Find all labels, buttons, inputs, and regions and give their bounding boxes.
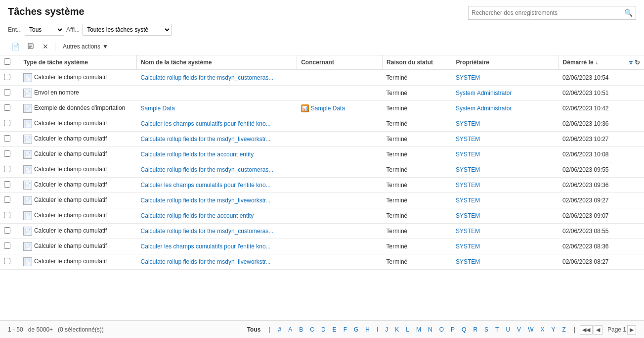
first-page-button[interactable]: ◀◀	[580, 325, 593, 335]
delete-button[interactable]: ✕	[39, 40, 52, 53]
edit-button[interactable]	[24, 40, 38, 53]
row-reason-cell: Terminé	[383, 178, 452, 193]
row-name-link[interactable]: Calculate rollup fields for the msdyn_li…	[141, 197, 271, 204]
row-owner-link[interactable]: SYSTEM	[456, 120, 480, 127]
row-checkbox[interactable]	[4, 166, 10, 172]
pagination-letter[interactable]: #	[275, 325, 285, 335]
pagination-letter[interactable]: Z	[558, 325, 569, 335]
row-owner-link[interactable]: SYSTEM	[456, 166, 480, 173]
row-name-link[interactable]: Calculate rollup fields for the msdyn_cu…	[141, 74, 274, 81]
pagination-letter[interactable]: D	[318, 325, 329, 335]
row-checkbox[interactable]	[4, 120, 10, 126]
row-checkbox[interactable]	[4, 227, 10, 234]
row-checkbox[interactable]	[4, 150, 10, 157]
row-owner-link[interactable]: SYSTEM	[456, 182, 480, 189]
pagination-letter[interactable]: J	[382, 325, 391, 335]
row-owner-link[interactable]: SYSTEM	[456, 136, 480, 143]
pagination-all[interactable]: Tous	[244, 325, 264, 335]
row-name-link[interactable]: Calculate rollup fields for the msdyn_cu…	[141, 228, 274, 235]
pagination-letter[interactable]: O	[436, 325, 447, 335]
col-header-concerning[interactable]: Concernant	[297, 55, 383, 70]
row-checkbox[interactable]	[4, 242, 10, 249]
row-owner-link[interactable]: SYSTEM	[456, 74, 480, 81]
row-checkbox-cell	[0, 178, 19, 193]
row-name-link[interactable]: Calculer les champs cumulatifs pour l'en…	[141, 243, 271, 250]
row-owner-link[interactable]: System Administrator	[456, 90, 512, 97]
search-input[interactable]	[469, 9, 621, 16]
col-header-name[interactable]: Nom de la tâche système	[137, 55, 297, 70]
pagination-letter[interactable]: S	[481, 325, 492, 335]
pagination-letter[interactable]: H	[362, 325, 373, 335]
row-name-cell: Calculate rollup fields for the account …	[137, 147, 297, 162]
row-checkbox[interactable]	[4, 104, 10, 111]
row-type-icon: 📄	[23, 104, 32, 113]
col-header-started[interactable]: Démarré le ↓ ▿ ↻	[558, 55, 644, 70]
row-checkbox[interactable]	[4, 89, 10, 96]
row-name-link[interactable]: Calculate rollup fields for the msdyn_li…	[141, 136, 271, 143]
pagination-letter[interactable]: I	[373, 325, 382, 335]
pagination-letter[interactable]: U	[502, 325, 514, 335]
row-checkbox[interactable]	[4, 74, 10, 80]
row-name-cell: Calculate rollup fields for the msdyn_li…	[137, 132, 297, 147]
row-owner-link[interactable]: SYSTEM	[456, 151, 480, 158]
pagination-letter[interactable]: L	[402, 325, 413, 335]
pagination-letter[interactable]: A	[285, 325, 296, 335]
pagination-letter[interactable]: C	[306, 325, 318, 335]
pagination-letter[interactable]: F	[340, 325, 350, 335]
row-checkbox[interactable]	[4, 212, 10, 218]
pagination-letter[interactable]: Y	[548, 325, 558, 335]
table-row: 📄Calculer le champ cumulatifCalculate ro…	[0, 224, 644, 239]
row-owner-link[interactable]: SYSTEM	[456, 212, 480, 219]
pagination-letter[interactable]: B	[296, 325, 306, 335]
pagination-letter[interactable]: K	[391, 325, 402, 335]
search-button[interactable]: 🔍	[621, 9, 636, 17]
new-record-button[interactable]: 📄	[8, 40, 23, 53]
row-name-link[interactable]: Calculate rollup fields for the msdyn_li…	[141, 258, 271, 265]
row-reason-cell: Terminé	[383, 193, 452, 208]
row-owner-link[interactable]: System Administrator	[456, 105, 512, 112]
pagination-letter[interactable]: Q	[458, 325, 470, 335]
pagination-letter[interactable]: N	[425, 325, 436, 335]
row-name-link[interactable]: Calculate rollup fields for the account …	[141, 212, 254, 219]
row-owner-link[interactable]: SYSTEM	[456, 197, 480, 204]
more-actions-button[interactable]: Autres actions ▼	[58, 40, 113, 53]
pagination-letter[interactable]: T	[492, 325, 502, 335]
row-started-cell: 02/06/2023 10:27	[558, 132, 644, 147]
footer-count: 1 - 50 de 5000+ (0 sélectionné(s))	[8, 326, 104, 333]
row-type-text: Calculer le champ cumulatif	[34, 74, 107, 81]
select-all-checkbox[interactable]	[4, 58, 10, 65]
pagination-letter[interactable]: R	[470, 325, 481, 335]
row-checkbox[interactable]	[4, 135, 10, 142]
col-header-reason[interactable]: Raison du statut	[383, 55, 452, 70]
pagination-letter[interactable]: X	[537, 325, 548, 335]
next-page-button[interactable]: ▶	[627, 325, 636, 335]
pagination-letter[interactable]: P	[447, 325, 458, 335]
col-header-owner[interactable]: Propriétaire	[452, 55, 558, 70]
row-name-link[interactable]: Calculer les champs cumulatifs pour l'en…	[141, 182, 271, 189]
pagination-letter[interactable]: V	[514, 325, 524, 335]
row-name-link[interactable]: Calculer les champs cumulatifs pour l'en…	[141, 120, 271, 127]
pagination-letter[interactable]: M	[413, 325, 425, 335]
refresh-icon[interactable]: ↻	[635, 59, 640, 66]
pagination-letter[interactable]: E	[329, 325, 340, 335]
col-header-type[interactable]: Type de tâche système	[19, 55, 137, 70]
row-name-link[interactable]: Calculate rollup fields for the account …	[141, 151, 254, 158]
row-owner-link[interactable]: SYSTEM	[456, 258, 480, 265]
col-header-check[interactable]	[0, 55, 19, 70]
pagination-letter[interactable]: G	[350, 325, 362, 335]
display-filter-select[interactable]: Toutes les tâches systè	[83, 24, 172, 36]
concerning-link[interactable]: Sample Data	[311, 105, 345, 112]
row-checkbox[interactable]	[4, 181, 10, 188]
column-filter-icon[interactable]: ▿	[629, 59, 633, 66]
entity-filter-select[interactable]: Tous	[25, 24, 64, 36]
row-owner-link[interactable]: SYSTEM	[456, 228, 480, 235]
row-name-link[interactable]: Calculate rollup fields for the msdyn_cu…	[141, 166, 274, 173]
row-owner-link[interactable]: SYSTEM	[456, 243, 480, 250]
row-checkbox[interactable]	[4, 196, 10, 203]
row-name-link[interactable]: Sample Data	[141, 105, 175, 112]
pagination-letter[interactable]: W	[524, 325, 537, 335]
row-reason-cell: Terminé	[383, 147, 452, 162]
row-checkbox[interactable]	[4, 258, 10, 264]
prev-page-button[interactable]: ◀	[594, 325, 602, 335]
row-name-cell: Calculate rollup fields for the msdyn_cu…	[137, 224, 297, 239]
